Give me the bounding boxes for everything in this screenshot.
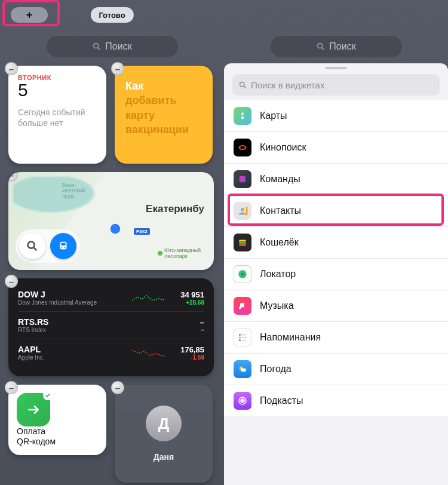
map-park-label: Юго-западный лесопарк [158, 247, 201, 259]
svg-rect-15 [246, 207, 247, 215]
notes-widget[interactable]: – Как добавить карту вакцинации [115, 66, 213, 164]
maps-app-icon [234, 107, 251, 125]
app-row-reminders[interactable]: Напоминания [224, 322, 448, 354]
svg-point-0 [94, 44, 99, 48]
remove-widget-button[interactable]: – [5, 275, 18, 288]
svg-point-21 [239, 334, 241, 336]
svg-point-22 [239, 337, 241, 339]
qr-title: ОплатаQR-кодом [17, 426, 98, 447]
svg-point-28 [241, 369, 246, 372]
plus-icon: + [26, 9, 33, 22]
sparkline-icon [132, 293, 165, 303]
remove-widget-button[interactable]: – [111, 381, 124, 394]
app-row-contacts[interactable]: Контакты [224, 195, 448, 227]
svg-rect-7 [61, 243, 65, 246]
podcasts-app-icon [234, 392, 251, 410]
today-view-pane: + Готово Поиск – ВТОРНИК 5 Сегодня событ… [0, 0, 224, 485]
findmy-app-icon [234, 265, 251, 283]
contact-widget[interactable]: – Д Даня [115, 385, 213, 483]
avatar: Д [146, 406, 182, 441]
remove-widget-button[interactable]: – [111, 62, 124, 75]
remove-widget-button[interactable]: – [8, 172, 18, 182]
contact-name: Даня [154, 452, 174, 462]
search-icon [316, 42, 326, 51]
reminders-app-icon [234, 329, 251, 346]
app-row-findmy[interactable]: Локатор [224, 259, 448, 290]
sheet-search-field[interactable]: Поиск в виджетах [232, 74, 440, 96]
qr-pay-widget[interactable]: – ОплатаQR-кодом [8, 385, 106, 455]
svg-line-9 [322, 48, 324, 50]
add-widget-button[interactable]: + [11, 7, 48, 23]
svg-line-11 [244, 86, 246, 88]
maps-search-button[interactable] [19, 233, 45, 259]
kinopoisk-app-icon [234, 139, 251, 156]
remove-widget-button[interactable]: – [5, 381, 18, 394]
svg-point-5 [61, 247, 62, 248]
svg-rect-18 [239, 244, 246, 246]
weather-app-icon [234, 360, 251, 378]
maps-transit-button[interactable] [50, 233, 76, 259]
svg-point-31 [242, 400, 243, 401]
calendar-day: 5 [18, 80, 97, 100]
remove-widget-button[interactable]: – [5, 62, 18, 75]
svg-line-3 [34, 248, 37, 251]
sheet-grabber[interactable] [326, 67, 347, 69]
search-field-right[interactable]: Поиск [271, 36, 402, 57]
svg-point-2 [28, 242, 35, 248]
svg-rect-17 [239, 242, 246, 244]
sparkline-icon [132, 348, 165, 358]
app-row-wallet[interactable]: Кошелёк [224, 227, 448, 259]
check-badge-icon [43, 391, 53, 400]
svg-rect-13 [240, 176, 246, 183]
stock-row: DOW JDow Jones Industrial Average 34 951… [18, 284, 204, 312]
contacts-app-icon [234, 202, 251, 220]
calendar-widget[interactable]: – ВТОРНИК 5 Сегодня событий больше нет [8, 66, 106, 164]
app-row-kinopoisk[interactable]: Кинопоиск [224, 132, 448, 164]
app-row-shortcuts[interactable]: Команды [224, 164, 448, 195]
transit-icon [57, 240, 70, 253]
widget-gallery-pane: Поиск Поиск в виджетах Карты Кинопоиск [224, 0, 448, 485]
svg-line-1 [98, 48, 100, 50]
app-row-weather[interactable]: Погода [224, 354, 448, 385]
maps-widget[interactable]: – Верх- Исетский пруд Екатеринбу Р342 Юг… [8, 172, 214, 270]
calendar-no-events: Сегодня событий больше нет [18, 108, 97, 128]
shortcuts-app-icon [234, 170, 251, 188]
svg-point-23 [239, 339, 241, 341]
search-icon [26, 240, 39, 253]
stock-row: AAPLApple Inc. 176,85-1,59 [18, 339, 204, 366]
stocks-widget[interactable]: – DOW JDow Jones Industrial Average 34 9… [8, 278, 214, 376]
widgets-area: – ВТОРНИК 5 Сегодня событий больше нет –… [8, 66, 216, 485]
svg-point-8 [318, 44, 323, 48]
search-field-left[interactable]: Поиск [47, 36, 178, 57]
search-icon [238, 81, 247, 90]
search-icon [92, 42, 102, 51]
widget-gallery-sheet: Поиск в виджетах Карты Кинопоиск Команды [224, 63, 448, 485]
qr-tile-icon [17, 393, 50, 426]
stock-row: RTS.RSRTS Index –– [18, 312, 204, 339]
svg-point-14 [241, 208, 244, 211]
music-app-icon [234, 297, 251, 315]
svg-point-6 [65, 247, 66, 248]
done-button[interactable]: Готово [90, 7, 133, 23]
svg-point-20 [241, 273, 244, 276]
app-row-music[interactable]: Музыка [224, 290, 448, 322]
wallet-app-icon [234, 234, 251, 251]
svg-rect-16 [239, 240, 246, 242]
app-row-podcasts[interactable]: Подкасты [224, 385, 448, 416]
map-city-label: Екатеринбу [146, 203, 204, 215]
map-lake-label: Верх- Исетский пруд [62, 183, 85, 199]
app-row-maps[interactable]: Карты [224, 100, 448, 132]
app-list: Карты Кинопоиск Команды Контакты [224, 100, 448, 416]
maps-buttons [16, 229, 80, 263]
svg-point-10 [240, 82, 245, 87]
map-road-label: Р342 [134, 228, 150, 235]
svg-point-12 [241, 116, 244, 119]
topbar: + Готово [0, 0, 224, 30]
